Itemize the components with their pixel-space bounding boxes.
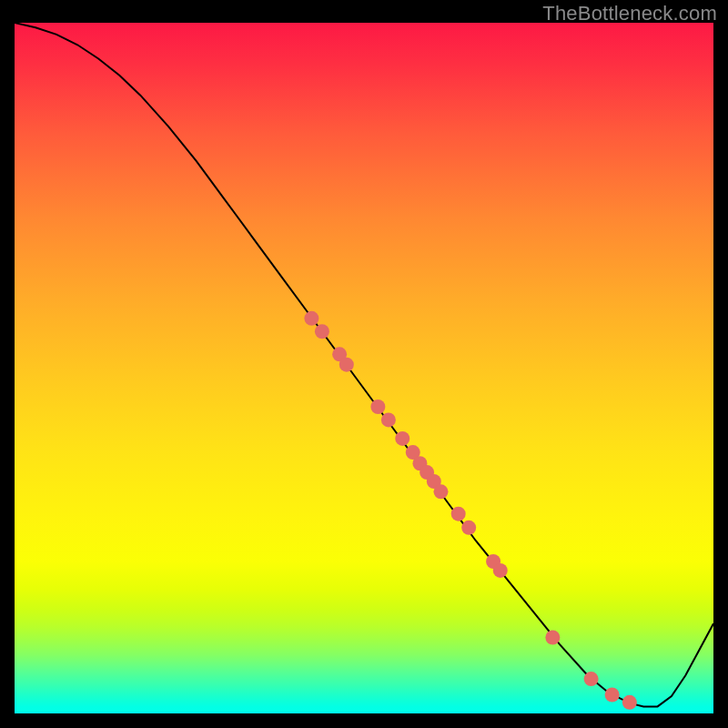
data-point (545, 631, 560, 645)
data-point (381, 412, 396, 427)
points-group (304, 311, 636, 710)
data-point (461, 521, 476, 535)
data-point (370, 399, 385, 414)
data-point (304, 311, 318, 326)
data-point (605, 688, 620, 703)
curve-path (15, 23, 713, 706)
data-point (493, 563, 508, 578)
data-point (339, 358, 354, 372)
data-point (315, 324, 329, 339)
data-point (395, 431, 410, 446)
data-point (584, 672, 599, 686)
chart-svg (15, 23, 713, 713)
chart-frame: TheBottleneck.com (0, 0, 728, 728)
data-point (622, 695, 637, 710)
plot-area (15, 23, 713, 713)
data-point (433, 484, 448, 499)
data-point (451, 507, 466, 521)
